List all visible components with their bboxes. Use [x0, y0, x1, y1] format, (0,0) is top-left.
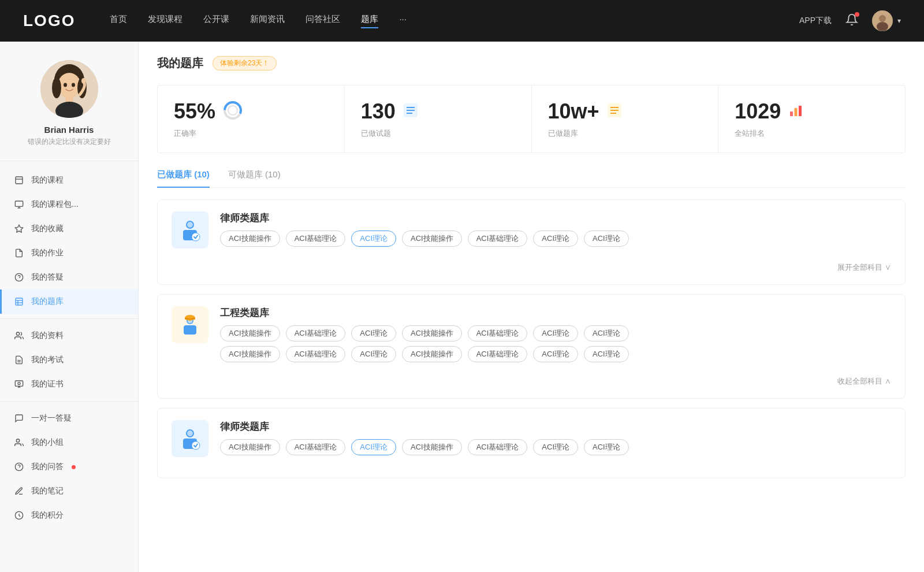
- myqa-red-dot: [72, 465, 76, 469]
- bank-tag-1-8[interactable]: ACI基础理论: [286, 346, 346, 362]
- header-right: APP下载 ▾: [799, 10, 901, 31]
- sidebar-item-package[interactable]: 我的课程包...: [0, 192, 138, 217]
- sidebar-label-one-on-one: 一对一答疑: [31, 413, 72, 424]
- nav-bank[interactable]: 题库: [361, 14, 378, 28]
- one-on-one-icon: [14, 413, 24, 424]
- main-nav: 首页 发现课程 公开课 新闻资讯 问答社区 题库 ···: [110, 14, 799, 28]
- avatar-chevron-icon: ▾: [897, 17, 901, 25]
- bank-tag-0-4[interactable]: ACI基础理论: [468, 231, 528, 247]
- sidebar-item-qa[interactable]: 我的答疑: [0, 265, 138, 289]
- svg-rect-57: [184, 325, 196, 335]
- bank-tag-1-3[interactable]: ACI技能操作: [402, 325, 462, 341]
- sidebar-item-one-on-one[interactable]: 一对一答疑: [0, 406, 138, 430]
- sidebar-item-homework[interactable]: 我的作业: [0, 241, 138, 265]
- stat-banks: 10w+ 已做题库: [532, 86, 719, 153]
- star-icon: [14, 224, 24, 234]
- bank-expand-1[interactable]: 收起全部科目 ∧: [172, 372, 891, 387]
- nav-news[interactable]: 新闻资讯: [250, 14, 285, 28]
- pie-chart-icon: [222, 100, 243, 123]
- stat-accuracy-value: 55%: [174, 99, 215, 124]
- bank-tag-2-3[interactable]: ACI技能操作: [402, 439, 462, 455]
- sidebar-item-group[interactable]: 我的小组: [0, 430, 138, 455]
- sidebar-label-data: 我的资料: [31, 330, 64, 341]
- sidebar-item-points[interactable]: 我的积分: [0, 503, 138, 528]
- list-yellow-icon: [606, 102, 623, 121]
- nav-home[interactable]: 首页: [110, 14, 127, 28]
- sidebar-item-data[interactable]: 我的资料: [0, 324, 138, 348]
- stat-accuracy: 55% 正确率: [158, 86, 345, 153]
- sidebar-item-course[interactable]: 我的课程: [0, 168, 138, 192]
- sidebar-label-qa: 我的答疑: [31, 272, 64, 283]
- bank-tag-1-2[interactable]: ACI理论: [351, 325, 396, 341]
- svg-rect-56: [188, 317, 192, 318]
- bank-tag-2-5[interactable]: ACI理论: [533, 439, 578, 455]
- bank-tag-2-1[interactable]: ACI基础理论: [286, 439, 346, 455]
- svg-rect-46: [795, 108, 798, 116]
- trial-badge: 体验剩余23天！: [213, 56, 277, 70]
- bank-tag-1-9[interactable]: ACI理论: [351, 346, 396, 362]
- svg-point-2: [877, 22, 888, 31]
- bank-tag-1-12[interactable]: ACI理论: [533, 346, 578, 362]
- page-title: 我的题库: [157, 55, 203, 71]
- stat-ranking-value: 1029: [735, 99, 781, 124]
- sidebar-item-favorites[interactable]: 我的收藏: [0, 217, 138, 241]
- tab-done[interactable]: 已做题库 (10): [157, 169, 210, 187]
- bank-tag-1-7[interactable]: ACI技能操作: [220, 346, 280, 362]
- bank-card-1: 工程类题库 ACI技能操作 ACI基础理论 ACI理论 ACI技能操作 ACI基…: [157, 294, 906, 399]
- sidebar-label-homework: 我的作业: [31, 248, 64, 258]
- app-download-link[interactable]: APP下载: [799, 16, 832, 26]
- sidebar-item-myqa[interactable]: 我的问答: [0, 455, 138, 479]
- bank-tag-1-5[interactable]: ACI理论: [533, 325, 578, 341]
- bank-engineer-icon: [172, 306, 208, 343]
- bank-tag-2-2[interactable]: ACI理论: [351, 439, 396, 455]
- bank-tag-2-4[interactable]: ACI基础理论: [468, 439, 528, 455]
- tab-available[interactable]: 可做题库 (10): [228, 169, 281, 187]
- bank-tag-0-1[interactable]: ACI基础理论: [286, 231, 346, 247]
- bank-expand-0[interactable]: 展开全部科目 ∨: [172, 258, 891, 273]
- bank-tag-1-4[interactable]: ACI基础理论: [468, 325, 528, 341]
- bar-red-icon: [788, 102, 804, 121]
- bank-tag-0-5[interactable]: ACI理论: [533, 231, 578, 247]
- sidebar-item-certificate[interactable]: 我的证书: [0, 372, 138, 396]
- svg-rect-47: [799, 106, 802, 116]
- notification-bell[interactable]: [845, 13, 858, 28]
- nav-discover[interactable]: 发现课程: [148, 14, 182, 28]
- user-avatar-button[interactable]: ▾: [872, 10, 901, 31]
- profile-name: Brian Harris: [44, 125, 94, 135]
- svg-point-11: [72, 83, 75, 87]
- profile-avatar: [40, 60, 98, 118]
- bank-tag-1-6[interactable]: ACI理论: [584, 325, 629, 341]
- sidebar-item-exam[interactable]: 我的考试: [0, 348, 138, 372]
- bank-tag-2-0[interactable]: ACI技能操作: [220, 439, 280, 455]
- tabs-row: 已做题库 (10) 可做题库 (10): [157, 169, 906, 188]
- header: LOGO 首页 发现课程 公开课 新闻资讯 问答社区 题库 ··· APP下载: [0, 0, 924, 42]
- data-icon: [14, 330, 24, 341]
- sidebar-item-bank[interactable]: 我的题库: [0, 289, 138, 314]
- bank-tag-1-13[interactable]: ACI理论: [584, 346, 629, 362]
- bank-tag-0-3[interactable]: ACI技能操作: [402, 231, 462, 247]
- bank-tag-1-11[interactable]: ACI基础理论: [468, 346, 528, 362]
- sidebar-label-points: 我的积分: [31, 510, 64, 521]
- sidebar-label-notes: 我的笔记: [31, 486, 64, 496]
- notes-icon: [14, 486, 24, 496]
- bank-tag-1-1[interactable]: ACI基础理论: [286, 325, 346, 341]
- question-icon: [14, 272, 24, 283]
- svg-point-10: [64, 83, 67, 87]
- svg-rect-15: [15, 201, 23, 206]
- bank-tag-2-6[interactable]: ACI理论: [584, 439, 629, 455]
- homework-icon: [14, 248, 24, 258]
- stat-ranking: 1029 全站排名: [718, 86, 905, 153]
- svg-point-36: [228, 106, 237, 115]
- bank-lawyer-icon-2: [172, 420, 208, 457]
- sidebar-label-myqa: 我的问答: [31, 462, 64, 472]
- bank-tag-0-6[interactable]: ACI理论: [584, 231, 629, 247]
- sidebar-item-notes[interactable]: 我的笔记: [0, 479, 138, 503]
- bank-tag-1-10[interactable]: ACI技能操作: [402, 346, 462, 362]
- bank-tag-0-0[interactable]: ACI技能操作: [220, 231, 280, 247]
- nav-open-course[interactable]: 公开课: [203, 14, 229, 28]
- bank-tag-1-0[interactable]: ACI技能操作: [220, 325, 280, 341]
- bank-tag-0-2[interactable]: ACI理论: [351, 231, 396, 247]
- stat-questions-label: 已做试题: [361, 128, 515, 139]
- nav-more[interactable]: ···: [399, 14, 407, 28]
- nav-qa[interactable]: 问答社区: [305, 14, 340, 28]
